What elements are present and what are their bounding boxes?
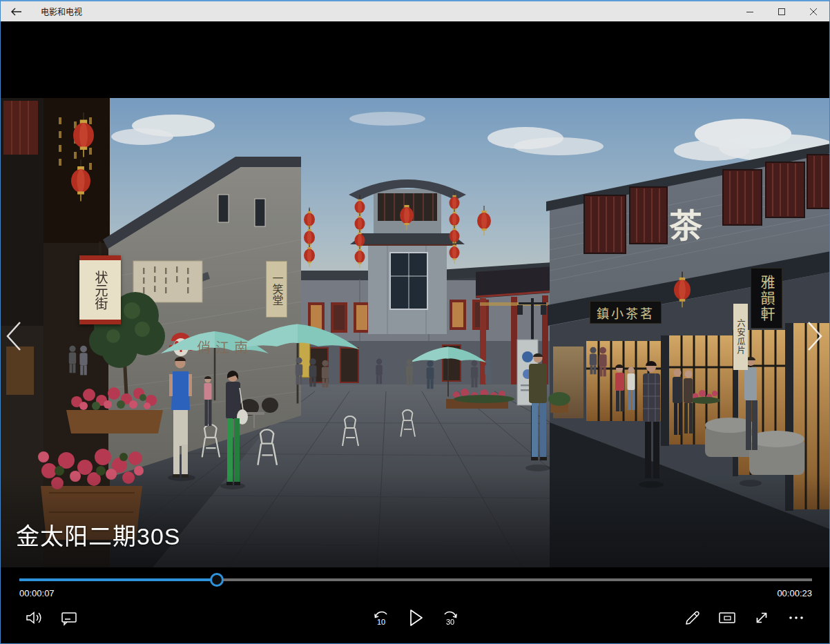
seek-progress-fill bbox=[19, 578, 217, 581]
fullscreen-button[interactable] bbox=[745, 601, 778, 634]
pencil-icon bbox=[684, 609, 701, 626]
chevron-left-icon bbox=[5, 320, 23, 353]
street-scene-render bbox=[1, 98, 830, 567]
close-icon bbox=[810, 8, 817, 15]
skip-forward-30-button[interactable]: 30 bbox=[434, 601, 467, 634]
fullscreen-icon bbox=[753, 609, 770, 626]
subtitles-button[interactable] bbox=[52, 601, 86, 634]
svg-text:10: 10 bbox=[377, 618, 385, 626]
ellipsis-icon bbox=[788, 609, 804, 626]
play-button[interactable] bbox=[399, 601, 432, 634]
video-frame: 茶 鎮小茶茗 雅韻軒 六安瓜片 一笑堂 状元街 俏江南 bbox=[1, 98, 830, 567]
svg-text:30: 30 bbox=[446, 618, 454, 626]
maximize-icon bbox=[778, 8, 785, 15]
movies-tv-window: 电影和电视 bbox=[0, 0, 830, 644]
chevron-right-icon bbox=[806, 320, 824, 353]
volume-icon bbox=[26, 609, 44, 626]
minimize-button[interactable] bbox=[734, 1, 766, 21]
back-button[interactable] bbox=[1, 1, 31, 21]
skip-forward-30-icon: 30 bbox=[441, 609, 459, 627]
more-options-button[interactable] bbox=[780, 601, 813, 634]
video-caption: 金太阳二期30S bbox=[16, 518, 181, 552]
seek-bar[interactable] bbox=[19, 573, 812, 587]
edit-button[interactable] bbox=[676, 601, 709, 634]
app-title: 电影和电视 bbox=[41, 6, 82, 17]
subtitles-icon bbox=[61, 609, 77, 626]
seek-handle[interactable] bbox=[210, 573, 224, 587]
window-controls bbox=[734, 1, 829, 21]
next-button[interactable] bbox=[803, 318, 827, 356]
titlebar: 电影和电视 bbox=[1, 1, 829, 21]
video-player: 茶 鎮小茶茗 雅韻軒 六安瓜片 一笑堂 状元街 俏江南 金太阳二期30S bbox=[1, 23, 829, 643]
close-button[interactable] bbox=[798, 1, 829, 21]
total-time: 00:00:23 bbox=[777, 588, 812, 598]
minimize-icon bbox=[746, 8, 753, 15]
skip-back-10-button[interactable]: 10 bbox=[365, 601, 398, 634]
play-icon bbox=[407, 608, 425, 627]
mini-view-button[interactable] bbox=[711, 601, 744, 634]
previous-button[interactable] bbox=[2, 318, 26, 356]
volume-button[interactable] bbox=[18, 601, 51, 634]
mini-view-icon bbox=[718, 609, 736, 626]
elapsed-time: 00:00:07 bbox=[19, 588, 55, 598]
back-arrow-icon bbox=[10, 8, 22, 16]
skip-back-10-icon: 10 bbox=[372, 609, 390, 627]
maximize-button[interactable] bbox=[766, 1, 798, 21]
